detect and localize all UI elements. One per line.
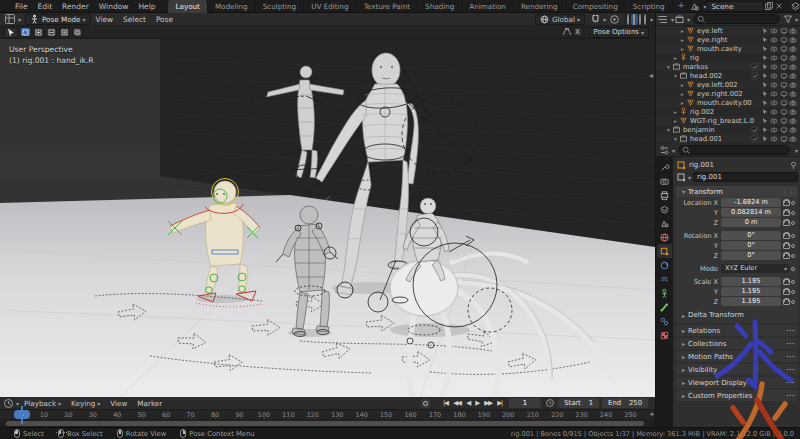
properties-tab-data[interactable] bbox=[657, 286, 672, 300]
select-mode-subtract-button[interactable] bbox=[46, 27, 57, 37]
workspace-tab-layout[interactable]: Layout bbox=[168, 0, 207, 13]
hide-toggle-icon[interactable] bbox=[770, 36, 778, 44]
select-mode-invert-button[interactable] bbox=[59, 27, 70, 37]
hide-toggle-icon[interactable] bbox=[770, 126, 778, 134]
viewport-disable-toggle-icon[interactable] bbox=[780, 63, 788, 71]
outliner-row-wgt-rig-breast-l-0[interactable]: ▸WGT-rig_breast.L.0 bbox=[656, 116, 800, 125]
render-disable-toggle-icon[interactable] bbox=[789, 126, 797, 134]
properties-tab-tool[interactable] bbox=[657, 160, 672, 174]
preview-range-clock-icon[interactable] bbox=[545, 398, 555, 408]
timeline-menu-marker[interactable]: Marker bbox=[132, 399, 167, 408]
workspace-tab-scripting[interactable]: Scripting bbox=[626, 0, 673, 13]
render-disable-toggle-icon[interactable] bbox=[789, 117, 797, 125]
topbar-menu-file[interactable]: File bbox=[10, 2, 33, 11]
panel-relations[interactable]: ▸Relations⋯ bbox=[676, 325, 798, 336]
value-field[interactable]: 0° bbox=[721, 251, 781, 260]
viewport-disable-toggle-icon[interactable] bbox=[780, 117, 788, 125]
panel-viewport-display[interactable]: ▸Viewport Display⋯ bbox=[676, 377, 798, 388]
properties-tab-fluid[interactable] bbox=[657, 272, 672, 286]
lock-icon[interactable] bbox=[783, 278, 789, 285]
properties-tab-physics[interactable] bbox=[657, 258, 672, 272]
disclosure-collapsed-icon[interactable]: ▸ bbox=[679, 46, 686, 52]
disclosure-collapsed-icon[interactable]: ▸ bbox=[679, 37, 686, 43]
viewport-menu-pose[interactable]: Pose bbox=[151, 15, 178, 24]
lock-icon[interactable] bbox=[783, 288, 789, 295]
outliner-collection-icon[interactable] bbox=[674, 14, 685, 25]
viewport-disable-toggle-icon[interactable] bbox=[780, 108, 788, 116]
next-keyframe-button[interactable]: ▶▶ bbox=[482, 399, 495, 407]
hide-toggle-icon[interactable] bbox=[770, 117, 778, 125]
render-disable-toggle-icon[interactable] bbox=[789, 81, 797, 89]
animate-dot-icon[interactable] bbox=[791, 221, 795, 225]
selectable-toggle-icon[interactable] bbox=[761, 108, 769, 116]
outliner-row-head-001[interactable]: ▾head.001 bbox=[656, 134, 800, 143]
viewport-disable-toggle-icon[interactable] bbox=[780, 135, 788, 143]
lock-icon[interactable] bbox=[783, 219, 789, 226]
value-field[interactable]: -1.6924 m bbox=[721, 198, 781, 207]
render-disable-toggle-icon[interactable] bbox=[789, 36, 797, 44]
workspace-tab-compositing[interactable]: Compositing bbox=[566, 0, 626, 13]
frame-start-field[interactable]: Start1 bbox=[558, 398, 599, 408]
properties-tab-bone[interactable] bbox=[657, 300, 672, 314]
delta-transform-panel[interactable]: ▸ Delta Transform bbox=[676, 310, 798, 320]
hide-toggle-icon[interactable] bbox=[770, 63, 778, 71]
timeline-menu-keying[interactable]: Keying▾ bbox=[66, 399, 105, 408]
selectable-toggle-icon[interactable] bbox=[761, 117, 769, 125]
select-mode-new-button[interactable] bbox=[20, 27, 31, 37]
lock-icon[interactable] bbox=[783, 209, 789, 216]
panel-custom-properties[interactable]: ▸Custom Properties⋯ bbox=[676, 390, 798, 401]
render-disable-toggle-icon[interactable] bbox=[789, 135, 797, 143]
hide-toggle-icon[interactable] bbox=[770, 90, 778, 98]
workspace-tab-texture-paint[interactable]: Texture Paint bbox=[357, 0, 418, 13]
viewport-disable-toggle-icon[interactable] bbox=[780, 27, 788, 35]
disclosure-collapsed-icon[interactable]: ▸ bbox=[679, 91, 686, 97]
select-mode-extend-button[interactable] bbox=[33, 27, 44, 37]
lock-icon[interactable] bbox=[783, 298, 789, 305]
timeline-ruler[interactable]: 1020304050607080901001101201301401501601… bbox=[0, 409, 655, 419]
shading-rendered-button[interactable] bbox=[643, 15, 648, 24]
jump-to-start-button[interactable]: |◀ bbox=[440, 399, 450, 407]
render-disable-toggle-icon[interactable] bbox=[789, 45, 797, 53]
disclosure-expanded-icon[interactable]: ▾ bbox=[665, 127, 672, 133]
disclosure-collapsed-icon[interactable]: ▸ bbox=[672, 118, 679, 124]
animate-dot-icon[interactable] bbox=[791, 290, 795, 294]
mode-dropdown-field[interactable]: XYZ Euler▾ bbox=[721, 264, 789, 273]
hide-toggle-icon[interactable] bbox=[770, 45, 778, 53]
outliner-row-eye-left-002[interactable]: ▸eye.left.002 bbox=[656, 80, 800, 89]
outliner-search-input[interactable] bbox=[693, 14, 780, 24]
viewport-menu-view[interactable]: View bbox=[91, 15, 119, 24]
render-disable-toggle-icon[interactable] bbox=[789, 54, 797, 62]
outliner-row-eye-left[interactable]: ▸eye.left bbox=[656, 26, 800, 35]
viewport-disable-toggle-icon[interactable] bbox=[780, 81, 788, 89]
value-field[interactable]: 0 m bbox=[721, 218, 781, 227]
play-button[interactable]: ▶ bbox=[473, 399, 482, 407]
select-mode-intersect-button[interactable] bbox=[72, 27, 83, 37]
value-field[interactable]: 1.195 bbox=[721, 277, 781, 286]
pin-icon[interactable] bbox=[789, 161, 798, 170]
transform-panel-header[interactable]: ▾ Transform ⋮⋮ bbox=[676, 186, 798, 197]
properties-tab-output[interactable] bbox=[657, 188, 672, 202]
workspace-tab-shading[interactable]: Shading bbox=[418, 0, 462, 13]
selectable-toggle-icon[interactable] bbox=[761, 126, 769, 134]
animate-dot-icon[interactable] bbox=[791, 211, 795, 215]
hide-toggle-icon[interactable] bbox=[770, 27, 778, 35]
selectable-toggle-icon[interactable] bbox=[761, 99, 769, 107]
jump-to-end-button[interactable]: ▶| bbox=[495, 399, 505, 407]
timeline-menu-playback[interactable]: Playback▾ bbox=[19, 399, 66, 408]
disclosure-expanded-icon[interactable]: ▾ bbox=[672, 136, 679, 142]
selectable-toggle-icon[interactable] bbox=[761, 81, 769, 89]
animate-dot-icon[interactable] bbox=[791, 280, 795, 284]
animate-dot-icon[interactable] bbox=[791, 234, 795, 238]
properties-tab-view-layer[interactable] bbox=[657, 202, 672, 216]
outliner-row-mouth-cavity[interactable]: ▸mouth.cavity bbox=[656, 44, 800, 53]
lock-icon[interactable] bbox=[783, 232, 789, 239]
scene-selector[interactable]: ▾ Scene bbox=[689, 1, 784, 12]
selectable-toggle-icon[interactable] bbox=[761, 45, 769, 53]
filter-funnel-icon[interactable] bbox=[783, 14, 793, 24]
properties-search-input[interactable] bbox=[678, 145, 790, 155]
value-field[interactable]: 1.195 bbox=[721, 287, 781, 296]
panel-visibility[interactable]: ▸Visibility⋯ bbox=[676, 364, 798, 375]
animate-dot-icon[interactable] bbox=[791, 201, 795, 205]
previous-keyframe-button[interactable]: ◀◀ bbox=[451, 399, 464, 407]
transform-orientation-dropdown[interactable]: Global ▾ bbox=[535, 14, 585, 25]
